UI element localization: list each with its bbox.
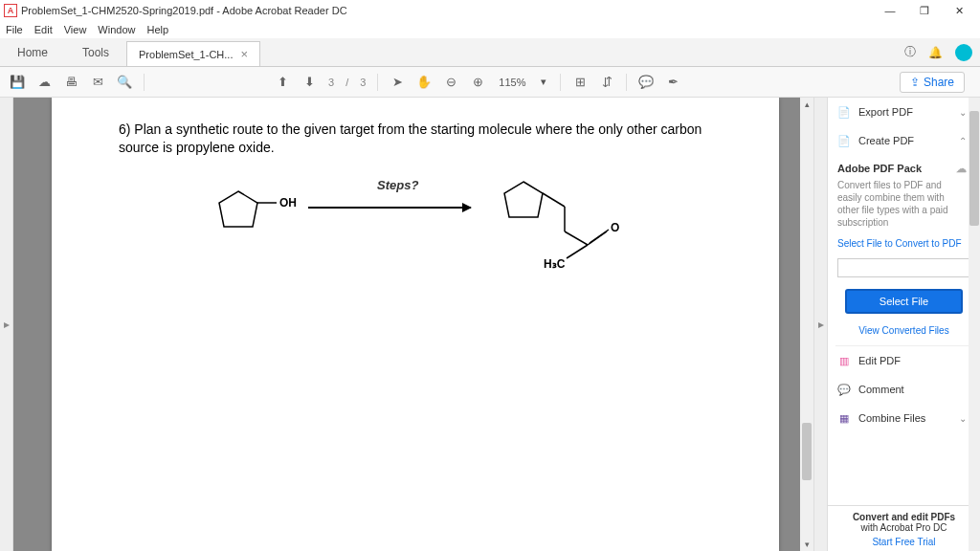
- tab-tools[interactable]: Tools: [65, 38, 126, 66]
- page-sep: /: [342, 77, 352, 88]
- create-pdf-icon: 📄: [837, 134, 851, 147]
- tab-document-label: ProblemSet_1-CH...: [139, 49, 233, 60]
- h3c-label: H₃C: [544, 257, 566, 271]
- mail-icon[interactable]: ✉: [86, 71, 109, 94]
- edit-pdf-label: Edit PDF: [858, 355, 901, 366]
- left-panel-toggle[interactable]: ▸: [0, 98, 13, 551]
- hand-icon[interactable]: ✋: [412, 71, 435, 94]
- panel-scrollbar[interactable]: [969, 98, 980, 551]
- right-panel-toggle[interactable]: ▸: [813, 98, 827, 551]
- toolbar: 💾 ☁ 🖶 ✉ 🔍 ⬆ ⬇ 3 / 3 ➤ ✋ ⊖ ⊕ 115% ▾ ⊞ ⇵ 💬…: [0, 67, 980, 98]
- fit-page-icon[interactable]: ⇵: [595, 71, 618, 94]
- tab-close-icon[interactable]: ×: [240, 47, 248, 61]
- edit-pdf-icon: ▥: [837, 354, 851, 367]
- zoom-out-icon[interactable]: ⊖: [439, 71, 462, 94]
- fit-width-icon[interactable]: ⊞: [568, 71, 591, 94]
- menu-view[interactable]: View: [64, 24, 87, 35]
- chevron-down-icon: ⌄: [959, 413, 967, 424]
- page-total: 3: [356, 77, 369, 88]
- share-button[interactable]: ⇪ Share: [900, 72, 965, 93]
- adobe-pdf-pack-section: Adobe PDF Pack ☁ Convert files to PDF an…: [828, 155, 980, 232]
- comment-tool-icon: 💬: [837, 383, 851, 396]
- svg-line-8: [567, 245, 588, 258]
- maximize-button[interactable]: ❐: [907, 1, 942, 20]
- page-down-icon[interactable]: ⬇: [298, 71, 321, 94]
- question-text: 6) Plan a synthetic route to the given t…: [119, 121, 712, 157]
- upsell-footer: Convert and edit PDFs with Acrobat Pro D…: [828, 505, 980, 551]
- combine-files-label: Combine Files: [858, 412, 925, 424]
- view-converted-link[interactable]: View Converted Files: [828, 321, 980, 345]
- cloud-badge-icon: ☁: [956, 163, 967, 175]
- oh-label: OH: [279, 196, 297, 209]
- file-input[interactable]: [837, 258, 970, 277]
- create-pdf-label: Create PDF: [858, 135, 914, 146]
- print-icon[interactable]: 🖶: [59, 71, 82, 94]
- menu-bar: File Edit View Window Help: [0, 21, 980, 38]
- acrobat-app-icon: A: [4, 4, 17, 17]
- document-viewport[interactable]: 6) Plan a synthetic route to the given t…: [13, 98, 813, 551]
- comment-icon[interactable]: 💬: [635, 71, 657, 94]
- svg-marker-0: [219, 191, 257, 227]
- comment-item[interactable]: 💬 Comment: [828, 375, 980, 404]
- target-molecule: O H₃C: [500, 178, 653, 283]
- create-pdf-item[interactable]: 📄 Create PDF ⌃: [828, 126, 980, 155]
- tools-panel: 📄 Export PDF ⌄ 📄 Create PDF ⌃ Adobe PDF …: [827, 98, 980, 551]
- main-area: ▸ 6) Plan a synthetic route to the given…: [0, 98, 980, 551]
- scroll-thumb[interactable]: [802, 423, 812, 480]
- page-current[interactable]: 3: [324, 77, 338, 88]
- svg-marker-2: [504, 182, 543, 217]
- chevron-up-icon: ⌃: [959, 136, 967, 146]
- export-pdf-label: Export PDF: [858, 106, 913, 118]
- chemistry-diagram: Steps? OH: [119, 174, 712, 327]
- pack-title: Adobe PDF Pack: [837, 163, 922, 175]
- select-file-link[interactable]: Select File to Convert to PDF: [828, 232, 980, 254]
- combine-files-item[interactable]: ▦ Combine Files ⌄: [828, 404, 980, 432]
- tab-home[interactable]: Home: [0, 38, 65, 66]
- menu-window[interactable]: Window: [98, 24, 135, 35]
- search-icon[interactable]: 🔍: [113, 71, 136, 94]
- zoom-value[interactable]: 115%: [493, 77, 531, 88]
- o-label: O: [611, 221, 619, 234]
- comment-label: Comment: [858, 384, 904, 395]
- menu-help[interactable]: Help: [146, 24, 168, 35]
- edit-pdf-item[interactable]: ▥ Edit PDF: [828, 346, 980, 375]
- bell-icon[interactable]: 🔔: [923, 38, 947, 66]
- footer-line1: Convert and edit PDFs: [835, 512, 972, 522]
- export-pdf-icon: 📄: [837, 105, 851, 119]
- zoom-in-icon[interactable]: ⊕: [466, 71, 489, 94]
- scroll-down-icon[interactable]: ▾: [800, 538, 813, 551]
- chevron-down-icon: ⌄: [959, 107, 967, 118]
- svg-line-7: [590, 230, 609, 243]
- share-icon: ⇪: [910, 76, 920, 89]
- starting-molecule: OH: [214, 184, 301, 251]
- export-pdf-item[interactable]: 📄 Export PDF ⌄: [828, 98, 980, 126]
- pack-description: Convert files to PDF and easily combine …: [837, 179, 967, 229]
- select-file-button[interactable]: Select File: [845, 289, 963, 314]
- steps-label: Steps?: [377, 178, 418, 192]
- zoom-caret-icon[interactable]: ▾: [535, 76, 552, 88]
- save-icon[interactable]: 💾: [6, 71, 29, 94]
- document-scrollbar[interactable]: ▴ ▾: [800, 98, 813, 551]
- share-label: Share: [924, 76, 954, 89]
- menu-edit[interactable]: Edit: [34, 24, 53, 35]
- svg-line-5: [565, 231, 588, 245]
- panel-scroll-thumb[interactable]: [969, 111, 979, 226]
- svg-line-3: [543, 193, 565, 207]
- title-bar: A ProblemSet_1-CHM2520-Spring2019.pdf - …: [0, 0, 980, 21]
- tab-bar: Home Tools ProblemSet_1-CH... × ⓘ 🔔: [0, 38, 980, 67]
- scroll-up-icon[interactable]: ▴: [800, 98, 813, 111]
- avatar[interactable]: [955, 44, 972, 61]
- combine-files-icon: ▦: [837, 411, 851, 425]
- tab-document[interactable]: ProblemSet_1-CH... ×: [126, 41, 260, 66]
- pdf-page: 6) Plan a synthetic route to the given t…: [52, 98, 779, 551]
- close-window-button[interactable]: ✕: [942, 1, 976, 20]
- sign-icon[interactable]: ✒: [661, 71, 684, 94]
- minimize-button[interactable]: —: [873, 1, 907, 20]
- reaction-arrow: [308, 207, 471, 209]
- pointer-icon[interactable]: ➤: [386, 71, 409, 94]
- help-icon[interactable]: ⓘ: [898, 38, 923, 66]
- cloud-icon[interactable]: ☁: [33, 71, 56, 94]
- page-up-icon[interactable]: ⬆: [271, 71, 294, 94]
- start-free-trial-link[interactable]: Start Free Trial: [835, 537, 972, 547]
- menu-file[interactable]: File: [6, 24, 23, 35]
